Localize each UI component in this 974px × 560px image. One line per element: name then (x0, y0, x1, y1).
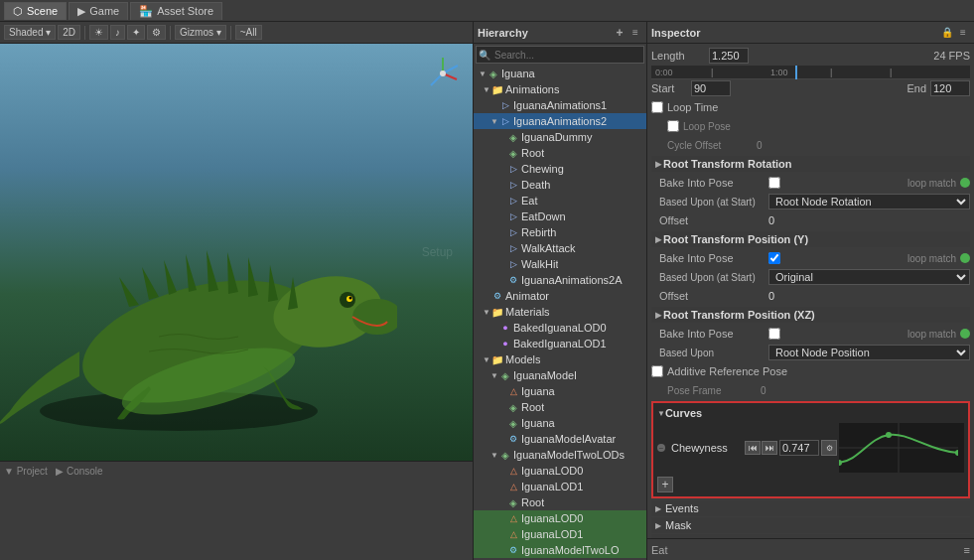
root-position-xz-header[interactable]: ▶ Root Transform Position (XZ) (651, 307, 970, 323)
root-rotation-header[interactable]: ▶ Root Transform Rotation (651, 156, 970, 172)
tree-item-iguanalod0-2[interactable]: △ IguanaLOD0 (474, 510, 646, 526)
rotation-based-upon-dropdown[interactable]: Root Node Rotation (768, 194, 970, 210)
curves-graph-svg (839, 423, 958, 473)
tree-item-iguanamodeltwo[interactable]: ⚙ IguanaModelTwoLO (474, 542, 646, 558)
curves-prev-button[interactable]: ⏮ (745, 441, 761, 455)
tree-item-iguana-2[interactable]: ◈ Iguana (474, 415, 646, 431)
hierarchy-search-input[interactable] (490, 49, 643, 62)
loop-time-checkbox[interactable] (651, 101, 663, 113)
tree-item-root-3[interactable]: ◈ Root (474, 494, 646, 510)
tree-arrow: ▼ (482, 354, 491, 364)
pos-xz-bake-label: Bake Into Pose (659, 328, 768, 340)
tab-asset-store[interactable]: 🏪 Asset Store (130, 2, 222, 20)
curves-next-button[interactable]: ⏭ (762, 441, 777, 455)
tree-item-iguanadummy[interactable]: ◈ IguanaDummy (474, 129, 646, 145)
tree-arrow (497, 196, 507, 206)
mat-icon: ● (499, 338, 511, 350)
tree-item-eatdown[interactable]: ▷ EatDown (474, 209, 646, 224)
light-button[interactable]: ☀ (89, 25, 108, 40)
tree-item-iguanalod1-1[interactable]: △ IguanaLOD1 (474, 479, 646, 494)
pos-xz-based-upon-dropdown[interactable]: Root Node Position (768, 345, 970, 360)
root-position-xz-content: Bake Into Pose loop match Based Upon Roo… (651, 325, 970, 361)
additive-pose-checkbox[interactable] (651, 365, 663, 377)
inspector-lock-button[interactable]: 🔒 (940, 26, 954, 40)
curves-minus-button[interactable]: − (657, 444, 665, 452)
tree-item-root-1[interactable]: ◈ Root (474, 145, 646, 161)
pos-y-based-upon-dropdown[interactable]: Original (768, 269, 970, 285)
start-value[interactable] (691, 80, 731, 96)
curves-graph[interactable] (839, 423, 964, 473)
tree-item-rebirth[interactable]: ▷ Rebirth (474, 224, 646, 240)
all-dropdown[interactable]: ~All (235, 25, 262, 40)
tree-arrow: ▼ (482, 84, 491, 94)
tab-game[interactable]: ▶ Game (69, 2, 128, 20)
tree-item-iguanaanimations1[interactable]: ▷ IguanaAnimations1 (474, 97, 646, 113)
rotation-based-upon-label: Based Upon (at Start) (659, 197, 768, 208)
hierarchy-add-button[interactable]: + (613, 26, 626, 40)
pos-xz-bake-checkbox[interactable] (768, 328, 780, 340)
tree-item-iguana[interactable]: ▼ ◈ Iguana (474, 66, 646, 81)
tab-scene[interactable]: ⬡ Scene (4, 2, 67, 20)
tree-item-death[interactable]: ▷ Death (474, 177, 646, 193)
curves-value-input[interactable] (779, 440, 819, 456)
tree-label: Root (521, 496, 544, 508)
tree-item-materials[interactable]: ▼ 📁 Materials (474, 304, 646, 320)
tree-item-eat[interactable]: ▷ Eat (474, 193, 646, 209)
root-position-y-label: Root Transform Position (Y) (663, 233, 808, 245)
mask-section[interactable]: ▶ Mask (651, 517, 970, 533)
inspector-panel: Inspector 🔒 ≡ Length 24 FPS 0:00 | 1:00 … (647, 22, 974, 560)
rotation-bake-checkbox[interactable] (768, 177, 780, 189)
loop-pose-row: Loop Pose (667, 117, 970, 135)
curves-add-button[interactable]: + (657, 477, 673, 492)
tree-arrow (497, 164, 507, 174)
scene-options[interactable]: ⚙ (147, 25, 166, 40)
pos-y-bake-checkbox[interactable] (768, 252, 780, 264)
curves-settings-button[interactable]: ⚙ (821, 440, 837, 456)
tree-item-iguanamodeltwolods[interactable]: ▼ ◈ IguanaModelTwoLODs (474, 447, 646, 463)
tree-item-chewing[interactable]: ▷ Chewing (474, 161, 646, 177)
root-position-y-header[interactable]: ▶ Root Transform Position (Y) (651, 231, 970, 247)
hierarchy-menu-button[interactable]: ≡ (628, 26, 642, 40)
loop-pose-checkbox[interactable] (667, 120, 679, 132)
axis-gizmo[interactable] (423, 54, 463, 93)
scene-view[interactable]: Setup (0, 44, 473, 461)
tree-item-bakediguanalod1[interactable]: ● BakedIguanaLOD1 (474, 336, 646, 351)
events-section[interactable]: ▶ Events (651, 500, 970, 516)
hierarchy-search-bar[interactable]: 🔍 (476, 46, 644, 64)
tree-item-walkhit[interactable]: ▷ WalkHit (474, 256, 646, 272)
length-value[interactable] (709, 48, 749, 64)
pos-y-based-upon-label: Based Upon (at Start) (659, 272, 768, 283)
tree-item-walkattack[interactable]: ▷ WalkAttack (474, 240, 646, 256)
tree-item-bakediguanalod0[interactable]: ● BakedIguanaLOD0 (474, 320, 646, 336)
tree-item-iguanalod1-2[interactable]: △ IguanaLOD1 (474, 526, 646, 542)
inspector-menu-button[interactable]: ≡ (956, 26, 970, 40)
fx-button[interactable]: ✦ (127, 25, 145, 40)
top-bar: ⬡ Scene ▶ Game 🏪 Asset Store (0, 0, 974, 22)
tree-item-iguanalod0-1[interactable]: △ IguanaLOD0 (474, 463, 646, 479)
tree-item-iguanaanimations2[interactable]: ▼ ▷ IguanaAnimations2 (474, 113, 646, 129)
bottom-bar-menu-button[interactable]: ≡ (964, 544, 970, 556)
curves-header[interactable]: ▼ Curves (657, 407, 964, 419)
tree-item-iguanaanimations2a[interactable]: ⚙ IguanaAnimations2A (474, 272, 646, 288)
tree-item-models[interactable]: ▼ 📁 Models (474, 351, 646, 367)
tree-arrow (497, 211, 507, 221)
tree-item-iguana-mesh[interactable]: △ Iguana (474, 383, 646, 399)
audio-button[interactable]: ♪ (110, 25, 125, 40)
2d-button[interactable]: 2D (58, 25, 80, 40)
tree-item-animations[interactable]: ▼ 📁 Animations (474, 81, 646, 97)
loop-time-sub: Loop Pose Cycle Offset 0 (651, 117, 970, 154)
folder-icon: 📁 (491, 306, 503, 318)
tree-item-root-2[interactable]: ◈ Root (474, 399, 646, 415)
shaded-dropdown[interactable]: Shaded ▾ (4, 25, 56, 40)
gizmos-dropdown[interactable]: Gizmos ▾ (175, 25, 226, 40)
tree-label: WalkAttack (521, 242, 576, 254)
tree-item-iguanamodel[interactable]: ▼ ◈ IguanaModel (474, 367, 646, 383)
ruler-mark-1: | (711, 68, 713, 77)
end-value[interactable] (930, 80, 970, 96)
scene-toolbar: Shaded ▾ 2D ☀ ♪ ✦ ⚙ Gizmos ▾ ~All (0, 22, 473, 44)
tree-item-animator[interactable]: ⚙ Animator (474, 288, 646, 304)
hierarchy-panel: Hierarchy + ≡ 🔍 ▼ ◈ Iguana ▼ 📁 Animation… (473, 22, 647, 560)
tree-arrow (497, 227, 507, 237)
root-position-xz-label: Root Transform Position (XZ) (663, 309, 815, 321)
tree-item-iguanaavatar[interactable]: ⚙ IguanaModelAvatar (474, 431, 646, 447)
